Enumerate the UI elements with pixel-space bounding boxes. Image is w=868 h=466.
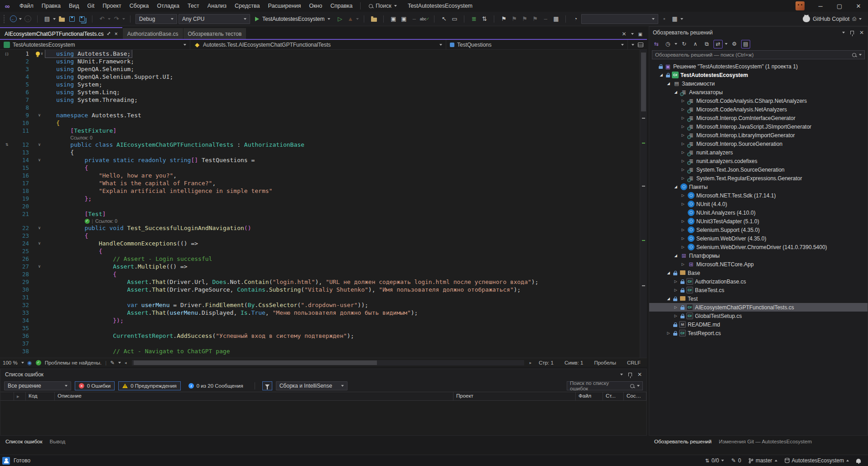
expander-closed-icon[interactable]: ▷ <box>680 202 686 206</box>
fold-chevron-icon[interactable]: ∨ <box>38 263 40 270</box>
tree-item[interactable]: ◢Анализаторы <box>649 88 868 96</box>
menu-item-Окно[interactable]: Окно <box>305 0 326 12</box>
expander-closed-icon[interactable]: ▷ <box>680 159 686 163</box>
tree-item[interactable]: ▷Microsoft.Interop.JavaScript.JSImportGe… <box>649 122 868 131</box>
expander-open-icon[interactable]: ◢ <box>673 254 679 258</box>
code-line[interactable]: 28 { <box>0 270 647 278</box>
code-line[interactable]: 24∨ HandleCommonExceptions(() => <box>0 240 647 247</box>
expander-open-icon[interactable]: ◢ <box>665 82 671 86</box>
tree-item[interactable]: ▷NUnit3TestAdapter (5.1.0) <box>649 217 868 226</box>
code-line[interactable]: 22∨ public void Test_SuccessfulLoginAndN… <box>0 224 647 232</box>
filter-button[interactable] <box>262 381 272 390</box>
code-line[interactable]: {;}1∨using Autotests.Base; <box>0 50 647 58</box>
tree-item[interactable]: ◢Test <box>649 294 868 303</box>
github-copilot-button[interactable]: GitHub Copilot ⎙ <box>803 15 862 22</box>
feedback-icon[interactable] <box>2 457 10 465</box>
platform-combobox[interactable]: Any CPU <box>178 14 250 24</box>
hot-reload-dropdown-icon[interactable] <box>356 18 359 20</box>
tree-item[interactable]: ▷Microsoft.Interop.LibraryImportGenerato… <box>649 131 868 139</box>
code-line[interactable]: 9∨namespace Autotests.Test <box>0 111 647 119</box>
tree-item[interactable]: ▷Microsoft.NETCore.App <box>649 260 868 269</box>
spell-check-button[interactable]: abc✓ <box>420 14 429 24</box>
browse-solution-button[interactable] <box>369 14 378 24</box>
window-position-dropdown-icon[interactable] <box>842 32 845 34</box>
selection-pointer-button[interactable]: ↖ <box>439 14 448 24</box>
code-line[interactable]: 32 var userMenu = Driver.FindElement(By.… <box>0 301 647 309</box>
expander-closed-icon[interactable]: ▷ <box>680 116 686 120</box>
expander-open-icon[interactable]: ◢ <box>665 271 671 275</box>
code-line[interactable]: 20 <box>0 202 647 210</box>
menu-item-Сборка[interactable]: Сборка <box>125 0 153 12</box>
open-folder-button[interactable] <box>57 14 66 24</box>
indentation-indicator[interactable]: Пробелы <box>590 360 620 365</box>
code-line[interactable]: 26 // Assert - Login successful <box>0 255 647 263</box>
codelens-references[interactable]: Ссылок: 0 <box>95 218 117 224</box>
code-line[interactable]: 6using System.Linq; <box>0 88 647 96</box>
notifications-bell-icon[interactable] <box>856 459 861 463</box>
expander-closed-icon[interactable]: ▷ <box>680 150 686 154</box>
menu-item-Отладка[interactable]: Отладка <box>153 0 183 12</box>
breadcrumb-segment[interactable]: TestQuestions <box>446 40 628 49</box>
tree-item[interactable]: ▷Microsoft.CodeAnalysis.NetAnalyzers <box>649 105 868 114</box>
code-editor[interactable]: {;}1∨using Autotests.Base;2using NUnit.F… <box>0 50 647 358</box>
pin-icon[interactable] <box>106 31 111 37</box>
split-editor-icon[interactable] <box>638 43 643 47</box>
new-project-button[interactable]: ▤ <box>43 14 52 24</box>
format-lines-button[interactable]: ≣ <box>469 14 478 24</box>
lightbulb-icon[interactable] <box>36 52 40 56</box>
code-line[interactable]: 35 <box>0 324 647 332</box>
solution-search-input[interactable]: Обозреватель решений — поиск (Ctrl+ж) <box>652 50 865 59</box>
scroll-right-icon[interactable]: ▸ <box>530 360 532 365</box>
panel-tab[interactable]: Вывод <box>50 439 66 444</box>
sort-lines-button[interactable]: ⇅ <box>480 14 489 24</box>
minimize-button[interactable]: ─ <box>811 0 830 12</box>
scroll-left-icon[interactable]: ◂ <box>125 360 127 365</box>
hot-reload-button[interactable]: ▲ <box>346 14 355 24</box>
code-line[interactable]: 5using System; <box>0 81 647 88</box>
warnings-filter-button[interactable]: 0 Предупреждения <box>118 381 181 390</box>
chevron-down-icon[interactable] <box>183 44 186 46</box>
messages-filter-button[interactable]: i 0 из 20 Сообщения <box>184 381 247 390</box>
expander-closed-icon[interactable]: ▷ <box>680 142 686 146</box>
errors-filter-button[interactable]: ✕ 0 Ошибки <box>75 381 115 390</box>
caret-line-indicator[interactable]: Стр: 1 <box>535 360 557 365</box>
pending-changes-filter-button[interactable]: ◷ <box>663 40 672 48</box>
preview-selected-items-button[interactable]: ▤ <box>741 40 750 48</box>
column-header-4[interactable]: Файл <box>576 392 603 400</box>
float-window-icon[interactable]: ▣ <box>638 32 642 37</box>
new-project-dropdown-icon[interactable] <box>53 18 56 20</box>
fold-chevron-icon[interactable]: ∨ <box>38 240 40 247</box>
caret-column-indicator[interactable]: Симв: 1 <box>561 360 587 365</box>
expander-closed-icon[interactable]: ▷ <box>680 176 686 180</box>
expander-open-icon[interactable]: ◢ <box>673 185 679 189</box>
code-cleanup-icon[interactable]: ✎ <box>110 360 115 366</box>
tree-item[interactable]: ▷nunit.analyzers.codefixes <box>649 157 868 165</box>
fold-chevron-icon[interactable]: ∨ <box>38 141 40 149</box>
editor-horizontal-scrollbar[interactable] <box>132 360 524 365</box>
menu-item-Справка[interactable]: Справка <box>326 0 357 12</box>
code-line[interactable]: 4using OpenQA.Selenium.Support.UI; <box>0 73 647 81</box>
expander-closed-icon[interactable]: ▷ <box>680 228 686 232</box>
avatar[interactable] <box>796 1 805 10</box>
expander-closed-icon[interactable]: ▷ <box>680 107 686 111</box>
tree-item[interactable]: ▷AIEcosystemChatGPTFunctionalTests.cs <box>649 303 868 312</box>
tree-item[interactable]: ▷GlobalTestSetup.cs <box>649 312 868 320</box>
code-line[interactable]: 38 // Act - Navigate to ChatGPT page <box>0 347 647 355</box>
document-health-icon[interactable]: ◉ <box>28 360 32 366</box>
menu-item-Средства[interactable]: Средства <box>231 0 264 12</box>
tree-item[interactable]: ◢Зависимости <box>649 79 868 88</box>
code-line[interactable]: 25 { <box>0 247 647 255</box>
undo-dropdown-icon[interactable] <box>108 18 111 20</box>
find-combobox[interactable] <box>581 14 658 24</box>
tree-item[interactable]: NUnit.Analyzers (4.10.0) <box>649 208 868 217</box>
expander-closed-icon[interactable]: ▷ <box>680 245 686 249</box>
maximize-button[interactable]: ▢ <box>830 0 849 12</box>
solution-tree[interactable]: Решение "TestAutotestesEcosystem" (1 про… <box>649 61 868 435</box>
tree-item[interactable]: ◢Base <box>649 269 868 277</box>
close-panel-icon[interactable]: ✕ <box>637 371 642 378</box>
tree-item[interactable]: ▷Microsoft.NET.Test.Sdk (17.14.1) <box>649 191 868 200</box>
tree-item[interactable]: Решение "TestAutotestesEcosystem" (1 про… <box>649 62 868 71</box>
column-header-1[interactable]: Код <box>26 392 55 400</box>
window-position-dropdown-icon[interactable] <box>620 374 623 375</box>
scrollbar-thumb[interactable] <box>134 360 376 365</box>
